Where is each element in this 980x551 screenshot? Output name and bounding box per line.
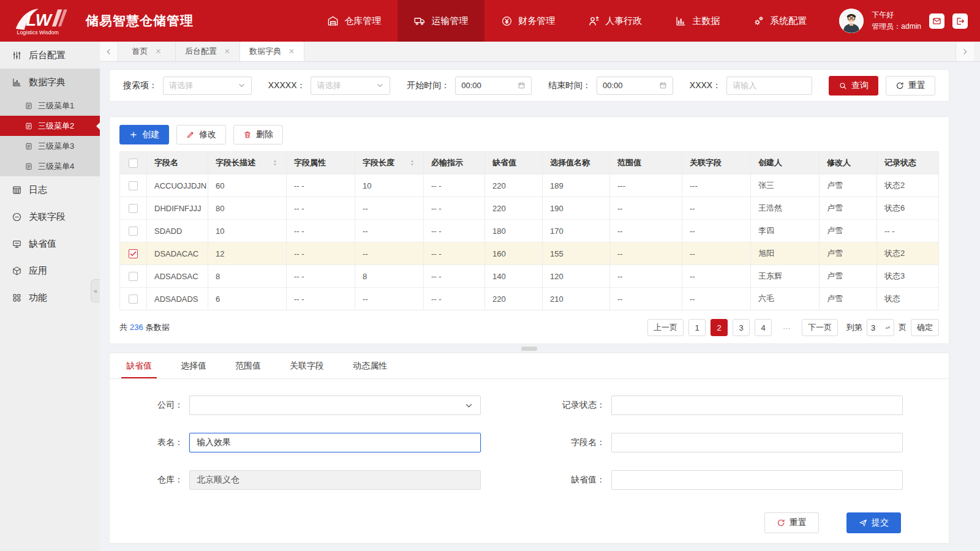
table-cell: -- -: [424, 265, 485, 288]
page-button-···[interactable]: ···: [777, 319, 797, 336]
page-tab-0[interactable]: 首页✕: [118, 42, 176, 61]
submit-button[interactable]: 提交: [846, 512, 901, 533]
calendar-icon[interactable]: [659, 81, 667, 89]
row-checkbox[interactable]: [129, 181, 138, 190]
prev-page-button[interactable]: 上一页: [647, 319, 684, 336]
table-name-input[interactable]: [189, 433, 481, 452]
table-row[interactable]: ADSADSAC8-- -8-- -140120----王东辉卢雪状态3: [120, 265, 939, 288]
page-button-3[interactable]: 3: [733, 319, 750, 336]
table-row[interactable]: DSADACAC12-- ----- -160155----旭阳卢雪状态2: [120, 242, 939, 265]
tab-scroll-left-button[interactable]: [100, 42, 118, 61]
modify-button[interactable]: 修改: [176, 125, 226, 144]
detail-tab-3[interactable]: 关联字段: [290, 353, 324, 378]
goto-prefix: 到第: [846, 322, 862, 333]
detail-tab-4[interactable]: 动态属性: [353, 353, 387, 378]
row-checkbox[interactable]: [129, 204, 138, 213]
xxxxx-select[interactable]: 请选择: [311, 77, 390, 95]
nav-system-config[interactable]: 系统配置: [736, 0, 823, 42]
sidebar-item-submenu-4[interactable]: 三级菜单4: [0, 156, 100, 176]
xxxxx-label: XXXXX：: [268, 80, 306, 91]
table-row[interactable]: ADSADADS6-- ----- -220210----六毛卢雪状态: [120, 288, 939, 310]
nav-finance[interactable]: 财务管理: [484, 0, 571, 42]
sidebar-item-submenu-1[interactable]: 三级菜单1: [0, 96, 100, 116]
sidebar-item-backend-config[interactable]: 后台配置: [0, 42, 100, 69]
column-header: 范围值: [610, 152, 682, 174]
table-cell: -- -: [877, 220, 939, 242]
nav-master-data[interactable]: 主数据: [658, 0, 736, 42]
sidebar-item-data-dictionary[interactable]: 数据字典: [0, 69, 100, 96]
nav-warehouse[interactable]: 仓库管理: [311, 0, 398, 42]
sidebar-item-logs[interactable]: 日志: [0, 176, 100, 203]
field-name-input[interactable]: [611, 433, 903, 452]
delete-button[interactable]: 删除: [233, 125, 283, 144]
company-select[interactable]: [189, 395, 481, 415]
table-cell: 80: [208, 197, 287, 220]
column-header: 创建人: [751, 152, 820, 174]
select-all-checkbox[interactable]: [129, 159, 138, 168]
sidebar-item-apps[interactable]: 应用: [0, 257, 100, 284]
doc-icon: [24, 162, 33, 171]
next-page-button[interactable]: 下一页: [802, 319, 838, 336]
goto-page-stepper[interactable]: 3▴▾: [867, 319, 894, 336]
row-checkbox[interactable]: [129, 294, 138, 304]
table-row[interactable]: DHDIFNFJJJ80-- ----- -220190----王浩然卢雪状态6: [120, 197, 939, 220]
filter-reset-button[interactable]: 重置: [886, 76, 935, 96]
xxxx-input[interactable]: [733, 81, 782, 90]
stepper-arrows-icon[interactable]: ▴▾: [886, 326, 890, 329]
table-cell: 12: [208, 242, 287, 265]
send-icon: [859, 519, 867, 527]
page-tab-1[interactable]: 后台配置✕: [176, 42, 240, 61]
default-value-input[interactable]: [611, 470, 903, 490]
search-item-select[interactable]: 请选择: [163, 77, 252, 95]
page-button-1[interactable]: 1: [688, 319, 706, 336]
logout-icon: [956, 17, 965, 26]
detail-tab-1[interactable]: 选择值: [181, 353, 206, 378]
query-button[interactable]: 查询: [829, 76, 878, 96]
row-checkbox[interactable]: [129, 272, 138, 281]
start-time-input[interactable]: [461, 81, 510, 90]
column-header: 记录状态: [877, 152, 939, 174]
page-button-2[interactable]: 2: [710, 319, 728, 336]
record-status-input[interactable]: [611, 395, 903, 415]
gears-icon: [753, 15, 764, 27]
table-cell: 6: [208, 288, 287, 310]
close-icon[interactable]: ✕: [155, 47, 161, 56]
pencil-icon: [186, 130, 195, 139]
close-icon[interactable]: ✕: [288, 47, 295, 56]
logout-button[interactable]: [952, 13, 968, 29]
box-icon: [12, 266, 22, 276]
table-row[interactable]: ACCUOJJDJN60-- -10-- -220189------张三卢雪状态…: [120, 174, 939, 197]
avatar[interactable]: [839, 9, 864, 33]
nav-transport[interactable]: 运输管理: [398, 0, 484, 42]
greeting-text: 下午好: [872, 9, 921, 21]
row-checkbox[interactable]: [129, 227, 138, 236]
create-button[interactable]: 创建: [119, 125, 169, 144]
row-checkbox[interactable]: [129, 249, 138, 258]
sidebar-item-submenu-3[interactable]: 三级菜单3: [0, 136, 100, 156]
form-label: 记录状态：: [557, 400, 611, 411]
table-cell: ACCUOJJDJN: [147, 174, 208, 197]
page-button-4[interactable]: 4: [755, 319, 772, 336]
column-header[interactable]: 字段长描述: [208, 152, 287, 174]
column-header[interactable]: 字段长度: [355, 152, 424, 174]
splitter-handle[interactable]: [521, 347, 537, 351]
detail-tab-2[interactable]: 范围值: [235, 353, 261, 378]
sidebar-item-submenu-2[interactable]: 三级菜单2: [0, 116, 100, 136]
nav-hr[interactable]: 人事行政: [571, 0, 658, 42]
table-row[interactable]: SDADD10-- ----- -180170----李四卢雪-- -: [120, 220, 939, 242]
sidebar-collapse-handle[interactable]: «: [91, 279, 100, 302]
calendar-icon[interactable]: [518, 81, 526, 89]
close-icon[interactable]: ✕: [224, 47, 230, 56]
table-cell: 卢雪: [820, 265, 877, 288]
end-time-input[interactable]: [603, 81, 652, 90]
tab-scroll-right-button[interactable]: [956, 42, 974, 61]
sidebar-item-default-values[interactable]: 缺省值: [0, 230, 100, 257]
mail-button[interactable]: [929, 13, 944, 29]
detail-tab-0[interactable]: 缺省值: [126, 353, 152, 378]
goto-confirm-button[interactable]: 确定: [911, 319, 939, 336]
page-tab-2[interactable]: 数据字典✕: [240, 42, 304, 61]
warehouse-input[interactable]: [189, 470, 481, 490]
sidebar-item-related-fields[interactable]: 关联字段: [0, 203, 100, 230]
form-reset-button[interactable]: 重置: [764, 512, 819, 533]
sidebar-item-functions[interactable]: 功能: [0, 284, 100, 311]
